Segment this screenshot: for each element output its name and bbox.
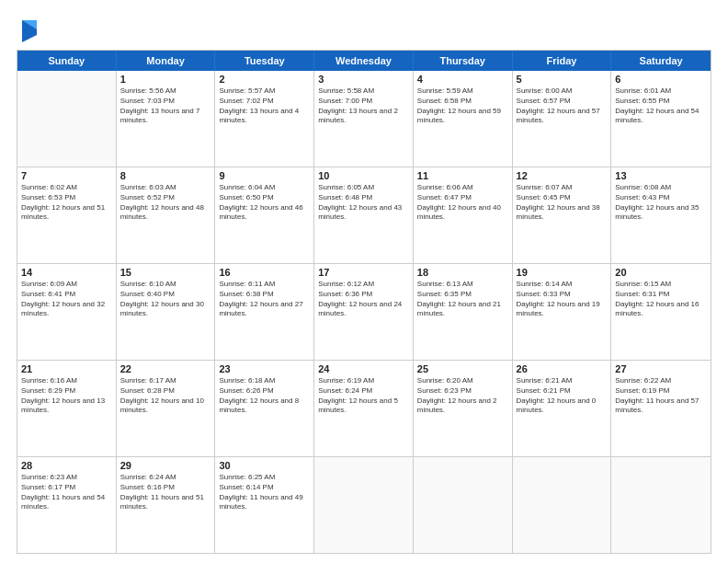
week-row-3: 21Sunrise: 6:16 AM Sunset: 6:29 PM Dayli… (17, 361, 711, 457)
cell-info: Sunrise: 6:11 AM Sunset: 6:38 PM Dayligh… (219, 280, 310, 319)
day-number: 11 (417, 170, 508, 181)
week-row-2: 14Sunrise: 6:09 AM Sunset: 6:41 PM Dayli… (17, 264, 711, 361)
header-thursday: Thursday (414, 51, 513, 71)
table-row: 15Sunrise: 6:10 AM Sunset: 6:40 PM Dayli… (117, 264, 216, 360)
day-number: 28 (21, 460, 112, 471)
table-row: 1Sunrise: 5:56 AM Sunset: 7:03 PM Daylig… (117, 71, 216, 167)
table-row: 12Sunrise: 6:07 AM Sunset: 6:45 PM Dayli… (513, 167, 612, 263)
table-row: 30Sunrise: 6:25 AM Sunset: 6:14 PM Dayli… (215, 457, 314, 553)
table-row: 29Sunrise: 6:24 AM Sunset: 6:16 PM Dayli… (117, 457, 216, 553)
cell-info: Sunrise: 6:23 AM Sunset: 6:17 PM Dayligh… (21, 473, 112, 512)
table-row: 11Sunrise: 6:06 AM Sunset: 6:47 PM Dayli… (414, 167, 513, 263)
table-row: 16Sunrise: 6:11 AM Sunset: 6:38 PM Dayli… (215, 264, 314, 360)
day-number: 20 (615, 267, 707, 278)
day-number: 16 (219, 267, 310, 278)
cell-info: Sunrise: 6:18 AM Sunset: 6:26 PM Dayligh… (219, 376, 310, 416)
table-row (513, 457, 612, 553)
day-number: 9 (219, 170, 310, 181)
day-number: 4 (417, 74, 508, 85)
page: Sunday Monday Tuesday Wednesday Thursday… (0, 0, 728, 563)
day-number: 6 (615, 74, 707, 85)
day-number: 22 (120, 363, 211, 374)
day-number: 13 (615, 170, 707, 181)
day-number: 29 (120, 460, 211, 471)
cell-info: Sunrise: 6:25 AM Sunset: 6:14 PM Dayligh… (219, 473, 310, 512)
table-row: 8Sunrise: 6:03 AM Sunset: 6:52 PM Daylig… (117, 167, 216, 263)
day-number: 5 (517, 74, 608, 85)
cell-info: Sunrise: 6:03 AM Sunset: 6:52 PM Dayligh… (120, 183, 211, 223)
day-number: 30 (219, 460, 310, 471)
table-row: 20Sunrise: 6:15 AM Sunset: 6:31 PM Dayli… (611, 264, 711, 360)
header-tuesday: Tuesday (215, 51, 314, 71)
cell-info: Sunrise: 5:57 AM Sunset: 7:02 PM Dayligh… (219, 86, 310, 126)
day-number: 17 (318, 267, 409, 278)
day-number: 12 (517, 170, 608, 181)
table-row: 3Sunrise: 5:58 AM Sunset: 7:00 PM Daylig… (314, 71, 414, 167)
cell-info: Sunrise: 6:14 AM Sunset: 6:33 PM Dayligh… (517, 280, 608, 319)
table-row: 6Sunrise: 6:01 AM Sunset: 6:55 PM Daylig… (611, 71, 711, 167)
day-number: 3 (318, 74, 409, 85)
cell-info: Sunrise: 6:10 AM Sunset: 6:40 PM Dayligh… (120, 280, 211, 319)
table-row (414, 457, 513, 553)
header-friday: Friday (513, 51, 612, 71)
table-row: 25Sunrise: 6:20 AM Sunset: 6:23 PM Dayli… (414, 361, 513, 456)
cell-info: Sunrise: 6:01 AM Sunset: 6:55 PM Dayligh… (615, 86, 707, 126)
table-row: 13Sunrise: 6:08 AM Sunset: 6:43 PM Dayli… (611, 167, 711, 263)
table-row: 27Sunrise: 6:22 AM Sunset: 6:19 PM Dayli… (611, 361, 711, 456)
cell-info: Sunrise: 6:13 AM Sunset: 6:35 PM Dayligh… (417, 280, 508, 319)
cell-info: Sunrise: 6:19 AM Sunset: 6:24 PM Dayligh… (318, 376, 409, 416)
day-number: 7 (21, 170, 112, 181)
table-row: 5Sunrise: 6:00 AM Sunset: 6:57 PM Daylig… (513, 71, 612, 167)
cell-info: Sunrise: 6:15 AM Sunset: 6:31 PM Dayligh… (615, 280, 707, 319)
cell-info: Sunrise: 6:00 AM Sunset: 6:57 PM Dayligh… (517, 86, 608, 126)
cell-info: Sunrise: 6:05 AM Sunset: 6:48 PM Dayligh… (318, 183, 409, 223)
cell-info: Sunrise: 5:58 AM Sunset: 7:00 PM Dayligh… (318, 86, 409, 126)
table-row: 14Sunrise: 6:09 AM Sunset: 6:41 PM Dayli… (17, 264, 117, 360)
day-number: 25 (417, 363, 508, 374)
day-number: 26 (517, 363, 608, 374)
cell-info: Sunrise: 5:56 AM Sunset: 7:03 PM Dayligh… (120, 86, 211, 126)
day-number: 24 (318, 363, 409, 374)
cell-info: Sunrise: 6:21 AM Sunset: 6:21 PM Dayligh… (517, 376, 608, 416)
table-row: 28Sunrise: 6:23 AM Sunset: 6:17 PM Dayli… (17, 457, 117, 553)
day-number: 14 (21, 267, 112, 278)
table-row: 24Sunrise: 6:19 AM Sunset: 6:24 PM Dayli… (314, 361, 414, 456)
cell-info: Sunrise: 6:20 AM Sunset: 6:23 PM Dayligh… (417, 376, 508, 416)
cell-info: Sunrise: 6:16 AM Sunset: 6:29 PM Dayligh… (21, 376, 112, 416)
day-number: 8 (120, 170, 211, 181)
table-row: 23Sunrise: 6:18 AM Sunset: 6:26 PM Dayli… (215, 361, 314, 456)
cell-info: Sunrise: 5:59 AM Sunset: 6:58 PM Dayligh… (417, 86, 508, 126)
day-number: 10 (318, 170, 409, 181)
table-row: 17Sunrise: 6:12 AM Sunset: 6:36 PM Dayli… (314, 264, 414, 360)
day-number: 1 (120, 74, 211, 85)
table-row: 18Sunrise: 6:13 AM Sunset: 6:35 PM Dayli… (414, 264, 513, 360)
table-row: 4Sunrise: 5:59 AM Sunset: 6:58 PM Daylig… (414, 71, 513, 167)
day-number: 18 (417, 267, 508, 278)
table-row: 9Sunrise: 6:04 AM Sunset: 6:50 PM Daylig… (215, 167, 314, 263)
header-wednesday: Wednesday (314, 51, 414, 71)
week-row-4: 28Sunrise: 6:23 AM Sunset: 6:17 PM Dayli… (17, 457, 711, 553)
top-section (17, 17, 711, 42)
logo (17, 17, 39, 42)
table-row: 2Sunrise: 5:57 AM Sunset: 7:02 PM Daylig… (215, 71, 314, 167)
calendar-header: Sunday Monday Tuesday Wednesday Thursday… (17, 51, 711, 71)
calendar-body: 1Sunrise: 5:56 AM Sunset: 7:03 PM Daylig… (17, 71, 711, 553)
cell-info: Sunrise: 6:12 AM Sunset: 6:36 PM Dayligh… (318, 280, 409, 319)
table-row: 10Sunrise: 6:05 AM Sunset: 6:48 PM Dayli… (314, 167, 414, 263)
table-row: 21Sunrise: 6:16 AM Sunset: 6:29 PM Dayli… (17, 361, 117, 456)
cell-info: Sunrise: 6:17 AM Sunset: 6:28 PM Dayligh… (120, 376, 211, 416)
header-monday: Monday (117, 51, 216, 71)
cell-info: Sunrise: 6:24 AM Sunset: 6:16 PM Dayligh… (120, 473, 211, 512)
table-row (611, 457, 711, 553)
calendar: Sunday Monday Tuesday Wednesday Thursday… (17, 50, 711, 554)
day-number: 19 (517, 267, 608, 278)
week-row-1: 7Sunrise: 6:02 AM Sunset: 6:53 PM Daylig… (17, 167, 711, 264)
table-row: 19Sunrise: 6:14 AM Sunset: 6:33 PM Dayli… (513, 264, 612, 360)
day-number: 23 (219, 363, 310, 374)
cell-info: Sunrise: 6:06 AM Sunset: 6:47 PM Dayligh… (417, 183, 508, 223)
table-row (17, 71, 117, 167)
cell-info: Sunrise: 6:09 AM Sunset: 6:41 PM Dayligh… (21, 280, 112, 319)
week-row-0: 1Sunrise: 5:56 AM Sunset: 7:03 PM Daylig… (17, 71, 711, 167)
header-saturday: Saturday (611, 51, 711, 71)
day-number: 15 (120, 267, 211, 278)
